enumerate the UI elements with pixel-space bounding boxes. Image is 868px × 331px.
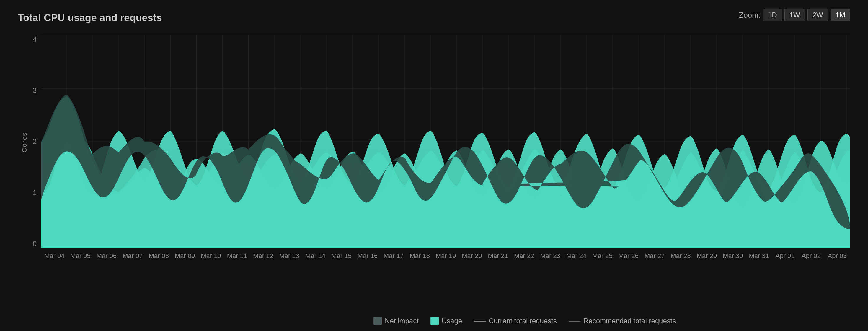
y-tick-4: 4: [33, 35, 37, 44]
x-tick-mar28: Mar 28: [668, 252, 693, 267]
chart-container: Zoom: 1D 1W 2W 1M Total CPU usage and re…: [0, 0, 868, 331]
chart-area: Cores 4 3 2 1 0: [18, 35, 850, 266]
x-tick-mar18: Mar 18: [407, 252, 433, 267]
x-tick-mar04: Mar 04: [41, 252, 67, 267]
zoom-1m-button[interactable]: 1M: [831, 9, 850, 21]
x-tick-mar31: Mar 31: [746, 252, 772, 267]
legend-net-impact-label: Net impact: [385, 317, 418, 325]
x-tick-mar20: Mar 20: [459, 252, 485, 267]
x-tick-mar25: Mar 25: [589, 252, 615, 267]
zoom-1w-button[interactable]: 1W: [784, 9, 805, 21]
x-tick-mar13: Mar 13: [276, 252, 302, 267]
y-axis-wrapper: Cores 4 3 2 1 0: [18, 35, 41, 266]
y-tick-2: 2: [33, 137, 37, 146]
legend: Net impact Usage Current total requests …: [373, 317, 676, 325]
x-tick-apr01: Apr 01: [772, 252, 798, 267]
x-tick-mar27: Mar 27: [642, 252, 668, 267]
y-tick-0: 0: [33, 240, 37, 248]
x-tick-mar17: Mar 17: [380, 252, 407, 267]
legend-current-requests-label: Current total requests: [489, 317, 557, 325]
recommended-requests-line: [569, 321, 581, 322]
zoom-label: Zoom:: [739, 11, 761, 20]
x-tick-mar08: Mar 08: [146, 252, 172, 267]
x-tick-mar12: Mar 12: [250, 252, 276, 267]
x-tick-mar10: Mar 10: [198, 252, 224, 267]
x-tick-apr02: Apr 02: [798, 252, 824, 267]
usage-swatch: [430, 317, 439, 325]
net-impact-swatch: [373, 317, 382, 325]
x-tick-mar19: Mar 19: [433, 252, 459, 267]
legend-usage: Usage: [430, 317, 462, 325]
x-tick-mar14: Mar 14: [302, 252, 328, 267]
x-tick-mar22: Mar 22: [511, 252, 537, 267]
x-tick-mar30: Mar 30: [720, 252, 746, 267]
x-tick-mar26: Mar 26: [616, 252, 642, 267]
x-tick-apr03: Apr 03: [824, 252, 850, 267]
chart-svg: [41, 35, 850, 248]
zoom-controls: Zoom: 1D 1W 2W 1M: [739, 9, 850, 21]
legend-recommended-requests-label: Recommended total requests: [583, 317, 676, 325]
zoom-1d-button[interactable]: 1D: [763, 9, 782, 21]
y-axis-label: Cores: [21, 132, 28, 153]
x-tick-mar11: Mar 11: [224, 252, 250, 267]
x-tick-mar09: Mar 09: [172, 252, 198, 267]
x-tick-mar29: Mar 29: [694, 252, 720, 267]
x-tick-mar07: Mar 07: [120, 252, 146, 267]
current-requests-line: [474, 321, 486, 322]
y-tick-1: 1: [33, 189, 37, 197]
x-tick-mar15: Mar 15: [328, 252, 354, 267]
chart-plot: Mar 04 Mar 05 Mar 06 Mar 07 Mar 08 Mar 0…: [41, 35, 850, 266]
y-tick-3: 3: [33, 86, 37, 94]
legend-current-requests: Current total requests: [474, 317, 557, 325]
x-tick-mar16: Mar 16: [354, 252, 380, 267]
legend-net-impact: Net impact: [373, 317, 418, 325]
chart-title: Total CPU usage and requests: [18, 12, 850, 23]
x-tick-mar05: Mar 05: [67, 252, 93, 267]
x-tick-mar06: Mar 06: [94, 252, 120, 267]
legend-usage-label: Usage: [442, 317, 462, 325]
legend-recommended-requests: Recommended total requests: [569, 317, 676, 325]
x-tick-mar24: Mar 24: [563, 252, 589, 267]
x-axis: Mar 04 Mar 05 Mar 06 Mar 07 Mar 08 Mar 0…: [41, 249, 850, 267]
x-tick-mar21: Mar 21: [485, 252, 511, 267]
zoom-2w-button[interactable]: 2W: [807, 9, 828, 21]
x-tick-mar23: Mar 23: [537, 252, 563, 267]
